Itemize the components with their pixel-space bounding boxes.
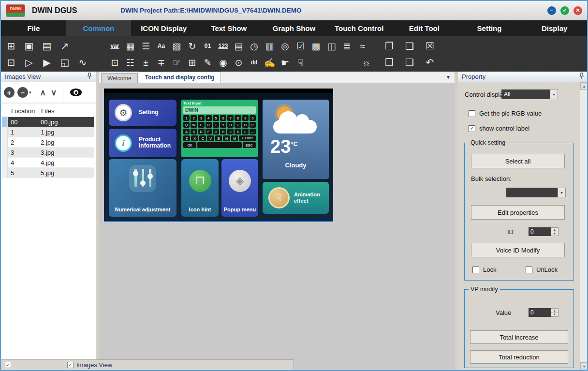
text-scroll-icon[interactable]: ▤ xyxy=(232,42,245,51)
print-icon[interactable]: ▤ xyxy=(41,41,53,51)
add-image-button[interactable]: + xyxy=(4,87,15,98)
table-row[interactable]: 2 2.jpg xyxy=(2,137,94,148)
date-display-icon[interactable]: ▥ xyxy=(263,42,276,51)
total-increase-button[interactable]: Total increase xyxy=(470,330,568,344)
film-clip-icon[interactable]: ▦ xyxy=(124,42,137,51)
shape-overlay-icon[interactable]: ◎ xyxy=(279,42,292,51)
screen-preview-icon[interactable]: ◱ xyxy=(59,58,71,67)
slider-config-icon[interactable]: ☰ xyxy=(139,42,152,51)
undo-icon[interactable]: ↶ xyxy=(423,58,437,67)
plus-minus-icon[interactable]: ± xyxy=(139,58,152,67)
save-icon[interactable]: ▣ xyxy=(23,41,35,51)
menu-item[interactable]: File xyxy=(1,20,66,36)
touch-gesture-icon[interactable]: ☞ xyxy=(170,58,183,67)
pencil-edit-icon[interactable]: ✎ xyxy=(201,58,214,67)
slide-gesture-icon[interactable]: ☛ xyxy=(279,58,292,67)
mouse-gesture-icon[interactable]: ☟ xyxy=(294,58,307,67)
checkbox-box[interactable] xyxy=(472,267,479,273)
show-control-label-checkbox[interactable]: ✓ show control label xyxy=(469,125,529,132)
bulk-selection-combo[interactable] xyxy=(506,188,558,197)
value-spinner[interactable]: ▲ ▼ xyxy=(551,308,559,317)
table-row[interactable]: 00 00.jpg xyxy=(2,117,94,127)
refresh-check-icon[interactable]: ↻ xyxy=(186,42,199,51)
list-menu-icon[interactable]: ☷ xyxy=(124,58,137,67)
number-display-icon[interactable]: 123 xyxy=(217,43,230,49)
paste-page-icon[interactable]: ❑ xyxy=(402,58,417,67)
scroll-up-icon[interactable]: ▲ xyxy=(580,82,588,90)
text-display-icon[interactable]: Aa xyxy=(155,43,168,49)
table-row[interactable]: 4 4.jpg xyxy=(2,158,94,168)
paste-icon[interactable]: ❏ xyxy=(402,41,417,51)
move-down-icon[interactable]: ∨ xyxy=(51,88,57,98)
panel-toggle[interactable]: ✓ xyxy=(5,362,45,368)
checkbox-box[interactable]: ✓ xyxy=(469,125,475,132)
total-reduction-button[interactable]: Total reduction xyxy=(470,350,568,364)
tab-overflow-icon[interactable]: ▼ xyxy=(446,74,451,80)
id-input[interactable]: 0 xyxy=(529,227,551,236)
value-adjust-icon[interactable]: ∓ xyxy=(155,58,168,67)
clock-display-icon[interactable]: ◷ xyxy=(248,42,261,51)
checkbox-box[interactable]: ✓ xyxy=(67,362,74,368)
audio-wave-icon[interactable]: ılıl xyxy=(248,59,261,65)
image-animation-icon[interactable]: ◫ xyxy=(325,42,338,51)
document-tab[interactable]: Welcome xyxy=(101,73,138,83)
video-play-icon[interactable]: ▶ xyxy=(41,58,53,67)
copy-page-icon[interactable]: ❒ xyxy=(382,58,397,67)
menu-item[interactable]: Graph Show xyxy=(262,20,327,36)
menu-item[interactable]: ICON Display xyxy=(131,20,196,36)
variable-icon[interactable]: var xyxy=(108,43,121,49)
right-splitter[interactable] xyxy=(455,72,458,370)
preview-eye-icon[interactable] xyxy=(70,89,82,96)
value-input[interactable]: 0 xyxy=(529,308,551,317)
remove-options-caret-icon[interactable]: ▾ xyxy=(29,90,31,95)
table-row[interactable]: 1 1.jpg xyxy=(2,127,94,137)
copy-icon[interactable]: ❐ xyxy=(382,41,397,51)
voice-id-modify-button[interactable]: Voice ID Modify xyxy=(471,243,565,257)
menu-item[interactable]: Text Show xyxy=(196,20,262,36)
select-all-button[interactable]: Select all xyxy=(471,154,565,168)
keypad-icon[interactable]: ⊞ xyxy=(186,58,199,67)
disk-search-icon[interactable]: ⊙ xyxy=(232,58,245,67)
menu-item[interactable]: Touch Control xyxy=(326,20,392,36)
minimize-button[interactable]: − xyxy=(547,6,556,15)
property-scrollbar[interactable]: ▲ ▼ xyxy=(580,82,588,370)
control-display-combo[interactable]: All xyxy=(501,89,550,99)
spin-down-icon[interactable]: ▼ xyxy=(551,232,558,236)
lock-checkbox[interactable]: Lock xyxy=(472,266,496,273)
scroll-down-icon[interactable]: ▼ xyxy=(580,362,588,370)
spin-up-icon[interactable]: ▲ xyxy=(551,309,558,313)
touch-form-icon[interactable]: ☑ xyxy=(294,42,307,51)
menu-item[interactable]: Edit Tool xyxy=(392,20,457,36)
preview-search-icon[interactable]: ⊡ xyxy=(5,58,17,67)
table-row[interactable]: 5 5.jpg xyxy=(2,168,94,178)
checkbox-box[interactable]: ✓ xyxy=(5,362,11,368)
menu-item[interactable]: Common xyxy=(66,20,132,36)
curve-icon[interactable]: ∿ xyxy=(76,58,89,67)
spin-down-icon[interactable]: ▼ xyxy=(551,313,558,317)
checkbox-box[interactable] xyxy=(526,267,532,273)
spin-up-icon[interactable]: ▲ xyxy=(551,228,558,232)
table-row[interactable]: 3 3.jpg xyxy=(2,148,94,158)
picture-display-icon[interactable]: ▨ xyxy=(170,42,183,51)
pin-icon[interactable] xyxy=(579,73,584,81)
play-icon[interactable]: ▷ xyxy=(23,58,35,67)
document-tab[interactable]: Touch and display config xyxy=(139,72,221,83)
remove-image-button[interactable]: − xyxy=(17,87,28,98)
checkbox-box[interactable] xyxy=(469,110,475,117)
pin-icon[interactable] xyxy=(87,73,92,81)
confirm-button[interactable]: ✓ xyxy=(560,6,569,15)
qr-code-icon[interactable]: ▩ xyxy=(309,42,323,51)
close-button[interactable]: ✕ xyxy=(573,6,582,15)
move-up-icon[interactable]: ∧ xyxy=(40,88,46,98)
doc-edit-icon[interactable]: ⊡ xyxy=(108,58,121,67)
delete-icon[interactable]: ☒ xyxy=(423,41,437,51)
edit-properties-button[interactable]: Edit properties xyxy=(471,205,565,220)
control-display-combo-arrow-icon[interactable]: ▾ xyxy=(550,89,558,99)
id-spinner[interactable]: ▲ ▼ xyxy=(551,227,559,236)
panel-toggle[interactable]: ✓ Images View xyxy=(67,361,112,369)
brightness-icon[interactable]: ☼ xyxy=(360,58,373,67)
new-file-icon[interactable]: ⊞ xyxy=(5,41,17,51)
handwrite-icon[interactable]: ✍ xyxy=(263,58,276,67)
trend-chart-icon[interactable]: ≈ xyxy=(356,42,369,51)
menu-item[interactable]: Setting xyxy=(457,20,522,36)
